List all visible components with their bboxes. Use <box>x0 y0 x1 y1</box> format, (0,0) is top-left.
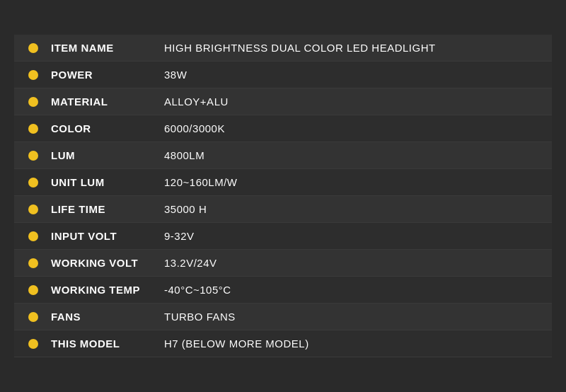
spec-value: H7 (BELOW MORE MODEL) <box>164 338 309 350</box>
spec-value: HIGH BRIGHTNESS DUAL COLOR LED HEADLIGHT <box>164 42 436 54</box>
bullet-icon <box>28 312 38 322</box>
table-row: THIS MODELH7 (BELOW MORE MODEL) <box>14 330 552 357</box>
spec-value: 9-32V <box>164 230 195 242</box>
table-row: COLOR6000/3000K <box>14 115 552 142</box>
bullet-icon <box>28 124 38 134</box>
table-row: WORKING TEMP-40°C~105°C <box>14 277 552 304</box>
bullet-icon <box>28 178 38 188</box>
spec-label: POWER <box>51 69 164 81</box>
spec-label: FANS <box>51 311 164 323</box>
table-row: LIFE TIME35000 H <box>14 196 552 223</box>
spec-label: LUM <box>51 149 164 161</box>
spec-label: LIFE TIME <box>51 203 164 215</box>
table-row: LUM4800LM <box>14 142 552 169</box>
spec-value: 4800LM <box>164 149 204 161</box>
table-row: MATERIALALLOY+ALU <box>14 88 552 115</box>
spec-label: WORKING TEMP <box>51 284 164 296</box>
bullet-icon <box>28 151 38 161</box>
bullet-icon <box>28 97 38 107</box>
spec-label: MATERIAL <box>51 96 164 108</box>
spec-label: COLOR <box>51 122 164 134</box>
spec-label: ITEM NAME <box>51 42 164 54</box>
spec-value: 6000/3000K <box>164 122 225 134</box>
spec-value: 13.2V/24V <box>164 257 217 269</box>
spec-label: INPUT VOLT <box>51 230 164 242</box>
bullet-icon <box>28 204 38 214</box>
bullet-icon <box>28 339 38 349</box>
specs-table: ITEM NAMEHIGH BRIGHTNESS DUAL COLOR LED … <box>14 35 552 357</box>
table-row: ITEM NAMEHIGH BRIGHTNESS DUAL COLOR LED … <box>14 35 552 62</box>
bullet-icon <box>28 70 38 80</box>
spec-value: 38W <box>164 69 187 81</box>
table-row: INPUT VOLT9-32V <box>14 223 552 250</box>
table-row: UNIT LUM120~160LM/W <box>14 169 552 196</box>
spec-label: THIS MODEL <box>51 338 164 350</box>
bullet-icon <box>28 285 38 295</box>
spec-label: UNIT LUM <box>51 176 164 188</box>
bullet-icon <box>28 231 38 241</box>
bullet-icon <box>28 43 38 53</box>
spec-value: 35000 H <box>164 203 207 215</box>
spec-value: -40°C~105°C <box>164 284 231 296</box>
table-row: FANSTURBO FANS <box>14 304 552 330</box>
spec-value: TURBO FANS <box>164 311 236 323</box>
spec-value: ALLOY+ALU <box>164 96 229 108</box>
table-row: WORKING VOLT13.2V/24V <box>14 250 552 277</box>
table-row: POWER38W <box>14 62 552 88</box>
spec-value: 120~160LM/W <box>164 176 237 188</box>
spec-label: WORKING VOLT <box>51 257 164 269</box>
bullet-icon <box>28 258 38 268</box>
